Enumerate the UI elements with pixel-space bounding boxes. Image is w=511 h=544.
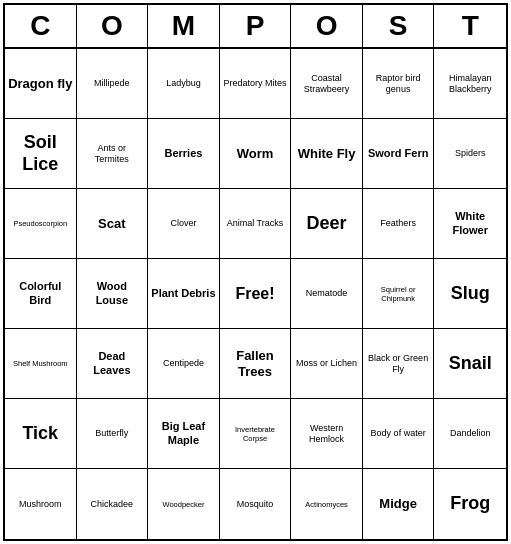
bingo-cell[interactable]: Black or Green Fly	[363, 329, 435, 399]
header-letter: C	[5, 5, 77, 47]
bingo-cell[interactable]: Slug	[434, 259, 506, 329]
bingo-cell[interactable]: Soil Lice	[5, 119, 77, 189]
bingo-cell[interactable]: Tick	[5, 399, 77, 469]
header-letter: O	[291, 5, 363, 47]
bingo-cell[interactable]: Animal Tracks	[220, 189, 292, 259]
bingo-cell[interactable]: Big Leaf Maple	[148, 399, 220, 469]
bingo-cell[interactable]: Woodpecker	[148, 469, 220, 539]
bingo-cell[interactable]: Shelf Mushroom	[5, 329, 77, 399]
bingo-cell[interactable]: Feathers	[363, 189, 435, 259]
bingo-cell[interactable]: Nematode	[291, 259, 363, 329]
bingo-cell[interactable]: Pseudoscorpion	[5, 189, 77, 259]
bingo-cell[interactable]: Predatory Mites	[220, 49, 292, 119]
bingo-cell[interactable]: Moss or Lichen	[291, 329, 363, 399]
bingo-grid: Dragon flyMillipedeLadybugPredatory Mite…	[5, 49, 506, 539]
bingo-card: COMPOST Dragon flyMillipedeLadybugPredat…	[3, 3, 508, 541]
bingo-cell[interactable]: Chickadee	[77, 469, 149, 539]
bingo-cell[interactable]: Fallen Trees	[220, 329, 292, 399]
bingo-cell[interactable]: Dead Leaves	[77, 329, 149, 399]
bingo-cell[interactable]: Sword Fern	[363, 119, 435, 189]
bingo-cell[interactable]: Mushroom	[5, 469, 77, 539]
header-letter: M	[148, 5, 220, 47]
bingo-cell[interactable]: Deer	[291, 189, 363, 259]
header-letter: P	[220, 5, 292, 47]
bingo-cell[interactable]: Squirrel or Chipmunk	[363, 259, 435, 329]
bingo-cell[interactable]: Actinomyces	[291, 469, 363, 539]
bingo-cell[interactable]: Ants or Termites	[77, 119, 149, 189]
header-letter: S	[363, 5, 435, 47]
header-letter: O	[77, 5, 149, 47]
bingo-cell[interactable]: Centipede	[148, 329, 220, 399]
bingo-cell[interactable]: Scat	[77, 189, 149, 259]
bingo-cell[interactable]: Himalayan Blackberry	[434, 49, 506, 119]
bingo-cell[interactable]: Free!	[220, 259, 292, 329]
bingo-cell[interactable]: Plant Debris	[148, 259, 220, 329]
bingo-cell[interactable]: Western Hemlock	[291, 399, 363, 469]
bingo-cell[interactable]: Body of water	[363, 399, 435, 469]
bingo-cell[interactable]: Colorful Bird	[5, 259, 77, 329]
bingo-cell[interactable]: Snail	[434, 329, 506, 399]
bingo-cell[interactable]: Ladybug	[148, 49, 220, 119]
bingo-cell[interactable]: White Flower	[434, 189, 506, 259]
bingo-cell[interactable]: Invertebrate Corpse	[220, 399, 292, 469]
bingo-cell[interactable]: Berries	[148, 119, 220, 189]
bingo-cell[interactable]: Wood Louse	[77, 259, 149, 329]
bingo-cell[interactable]: Clover	[148, 189, 220, 259]
header-row: COMPOST	[5, 5, 506, 49]
bingo-cell[interactable]: Mosquito	[220, 469, 292, 539]
bingo-cell[interactable]: Frog	[434, 469, 506, 539]
bingo-cell[interactable]: Dandelion	[434, 399, 506, 469]
bingo-cell[interactable]: Worm	[220, 119, 292, 189]
bingo-cell[interactable]: Spiders	[434, 119, 506, 189]
bingo-cell[interactable]: White Fly	[291, 119, 363, 189]
bingo-cell[interactable]: Butterfly	[77, 399, 149, 469]
bingo-cell[interactable]: Millipede	[77, 49, 149, 119]
bingo-cell[interactable]: Coastal Strawbeery	[291, 49, 363, 119]
bingo-cell[interactable]: Midge	[363, 469, 435, 539]
bingo-cell[interactable]: Raptor bird genus	[363, 49, 435, 119]
header-letter: T	[434, 5, 506, 47]
bingo-cell[interactable]: Dragon fly	[5, 49, 77, 119]
